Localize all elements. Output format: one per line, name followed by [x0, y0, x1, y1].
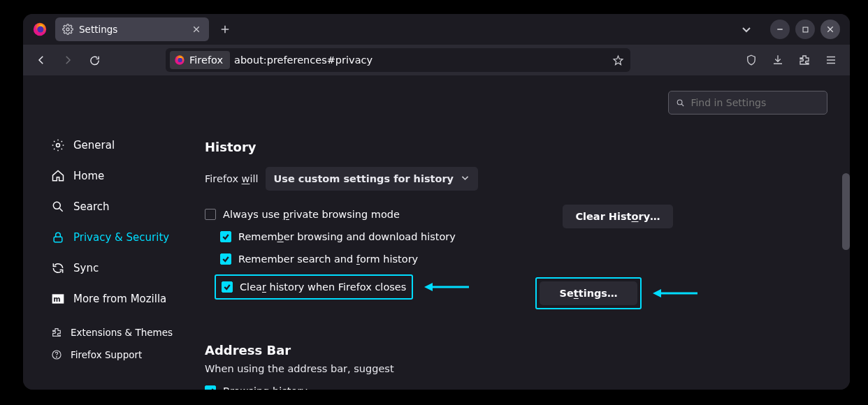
- identity-box[interactable]: Firefox: [170, 51, 230, 69]
- sidebar-item-label: Firefox Support: [71, 349, 142, 360]
- svg-point-2: [66, 28, 69, 31]
- svg-point-5: [178, 58, 182, 63]
- help-icon: [51, 349, 62, 360]
- svg-point-1: [37, 26, 43, 32]
- close-button[interactable]: [820, 20, 840, 39]
- sidebar-item-privacy[interactable]: Privacy & Security: [44, 222, 205, 253]
- tab-settings[interactable]: Settings: [55, 17, 209, 41]
- history-heading: History: [205, 140, 673, 154]
- sidebar-item-sync[interactable]: Sync: [44, 253, 205, 284]
- search-icon: [676, 98, 685, 108]
- sidebar-item-more[interactable]: m More from Mozilla: [44, 284, 205, 314]
- reload-button[interactable]: [83, 49, 106, 71]
- clear-history-button[interactable]: Clear History…: [563, 205, 672, 228]
- chevron-down-icon: [461, 173, 470, 184]
- svg-point-7: [53, 202, 60, 209]
- toolbar: Firefox about:preferences#privacy: [23, 45, 850, 75]
- checkbox-icon: [205, 209, 216, 220]
- new-tab-button[interactable]: [215, 19, 236, 40]
- back-button[interactable]: [30, 49, 52, 71]
- clear-on-close-highlight: Clear history when Firefox closes: [215, 274, 413, 300]
- remember-browsing-checkbox[interactable]: Remember browsing and download history: [205, 226, 519, 248]
- home-icon: [51, 169, 65, 183]
- sidebar-item-home[interactable]: Home: [44, 161, 205, 191]
- svg-rect-3: [803, 27, 808, 32]
- checkbox-checked-icon: [222, 281, 233, 293]
- lock-icon: [51, 230, 65, 244]
- tab-strip: Settings: [23, 14, 850, 45]
- search-icon: [51, 200, 65, 214]
- svg-marker-15: [424, 283, 433, 291]
- sync-icon: [51, 261, 65, 275]
- content-area: General Home Search Privacy & Security: [23, 75, 850, 390]
- maximize-button[interactable]: [795, 20, 815, 39]
- svg-point-6: [57, 144, 60, 147]
- always-private-checkbox[interactable]: Always use private browsing mode: [205, 203, 519, 226]
- menu-icon[interactable]: [819, 49, 843, 71]
- history-mode-value: Use custom settings for history: [274, 173, 454, 184]
- extensions-icon[interactable]: [793, 49, 816, 71]
- checkbox-checked-icon: [220, 231, 231, 242]
- annotation-arrow-icon: [423, 280, 472, 294]
- clear-on-close-settings-button[interactable]: Settings…: [540, 281, 637, 305]
- forward-button[interactable]: [57, 49, 79, 71]
- sidebar-item-label: More from Mozilla: [73, 293, 166, 305]
- find-in-settings-input[interactable]: [690, 97, 820, 108]
- svg-marker-17: [653, 289, 661, 297]
- sidebar-item-label: Search: [73, 200, 110, 213]
- svg-text:m: m: [53, 295, 60, 303]
- settings-sidebar: General Home Search Privacy & Security: [23, 75, 205, 390]
- bookmark-star-icon[interactable]: [609, 52, 626, 68]
- address-bar-subtext: When using the address bar, suggest: [205, 363, 673, 374]
- tabs-dropdown-button[interactable]: [737, 20, 756, 39]
- checkbox-checked-icon: [205, 385, 216, 390]
- sidebar-item-label: Home: [73, 170, 104, 182]
- svg-point-13: [677, 100, 682, 105]
- identity-label: Firefox: [189, 54, 223, 66]
- sidebar-item-general[interactable]: General: [44, 130, 205, 161]
- history-mode-select[interactable]: Use custom settings for history: [266, 167, 478, 191]
- annotation-arrow-icon: [651, 286, 700, 300]
- shield-icon[interactable]: [739, 49, 763, 71]
- clear-on-close-checkbox[interactable]: Clear history when Firefox closes: [222, 279, 406, 295]
- url-text: about:preferences#privacy: [234, 54, 605, 66]
- history-options: Always use private browsing mode Remembe…: [205, 203, 519, 300]
- remember-form-checkbox[interactable]: Remember search and form history: [205, 248, 519, 270]
- gear-icon: [62, 24, 73, 35]
- svg-point-12: [57, 357, 57, 358]
- firefox-logo-icon: [30, 20, 50, 39]
- sidebar-item-label: Privacy & Security: [73, 231, 169, 244]
- mozilla-icon: m: [51, 292, 65, 306]
- puzzle-icon: [51, 327, 62, 338]
- sidebar-item-support[interactable]: Firefox Support: [44, 344, 205, 366]
- url-bar[interactable]: Firefox about:preferences#privacy: [166, 48, 630, 72]
- firefox-logo-icon: [174, 54, 185, 66]
- address-bar-section: Address Bar When using the address bar, …: [205, 343, 673, 390]
- suggest-browsing-history-checkbox[interactable]: Browsing history: [205, 380, 673, 390]
- browser-window: Settings: [23, 14, 850, 390]
- sidebar-item-label: Extensions & Themes: [71, 327, 173, 338]
- address-bar-heading: Address Bar: [205, 343, 673, 358]
- sidebar-item-search[interactable]: Search: [44, 191, 205, 222]
- sidebar-item-label: General: [73, 139, 115, 152]
- close-icon[interactable]: [191, 24, 202, 35]
- history-mode-row: Firefox will Use custom settings for his…: [205, 167, 673, 191]
- tab-label: Settings: [79, 24, 185, 35]
- svg-rect-8: [54, 237, 62, 242]
- sidebar-item-label: Sync: [73, 262, 99, 274]
- downloads-icon[interactable]: [766, 49, 790, 71]
- main-panel: History Firefox will Use custom settings…: [205, 75, 850, 390]
- checkbox-checked-icon: [220, 253, 231, 265]
- history-section: History Firefox will Use custom settings…: [205, 140, 673, 390]
- settings-button-highlight: Settings…: [535, 277, 642, 309]
- minimize-button[interactable]: [770, 20, 790, 39]
- sidebar-item-extensions[interactable]: Extensions & Themes: [44, 321, 205, 344]
- find-in-settings[interactable]: [668, 91, 827, 115]
- gear-icon: [51, 138, 65, 152]
